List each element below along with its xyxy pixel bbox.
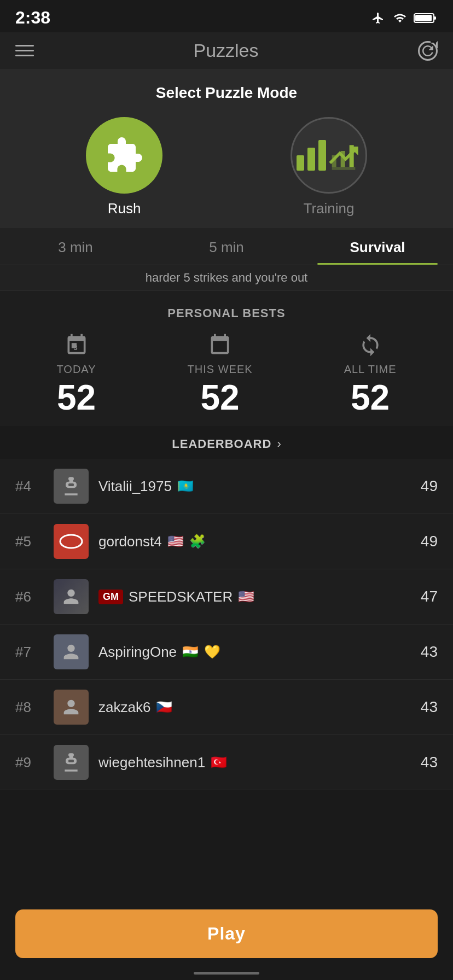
play-button-container: Play [0, 909, 453, 958]
rank-4: #4 [15, 478, 44, 495]
info-aspiringone: AspiringOne 🇮🇳 💛 [98, 644, 411, 661]
extras-aspiringone: 💛 [204, 644, 220, 660]
subtext-content: harder 5 strikes and you're out [146, 271, 307, 284]
this-week-label: THIS WEEK [188, 363, 253, 376]
svg-rect-1 [434, 16, 436, 20]
flags-speedskater: 🇺🇸 [238, 589, 254, 604]
name-speedskater: SPEEDSKATER [129, 588, 233, 605]
flags-gordonst4: 🇺🇸 [167, 534, 184, 549]
svg-point-7 [60, 535, 82, 548]
rank-7: #7 [15, 644, 44, 661]
rush-label: Rush [108, 200, 141, 217]
score-5: 49 [421, 533, 438, 550]
rank-6: #6 [15, 588, 44, 605]
personal-bests-title: PERSONAL BESTS [11, 306, 442, 320]
status-icons [370, 11, 438, 25]
svg-rect-4 [341, 151, 345, 167]
score-7: 43 [421, 643, 438, 661]
bar-chart-svg-icon [326, 138, 361, 173]
name-wiegehtesihnen1: wiegehtesihnen1 [98, 754, 205, 771]
rank-9: #9 [15, 754, 44, 771]
wifi-icon [392, 11, 408, 25]
flags-zakzak6: 🇨🇿 [156, 699, 172, 715]
today-label: TODAY [57, 363, 96, 376]
play-button[interactable]: Play [15, 909, 438, 958]
name-zakzak6: zakzak6 [98, 699, 150, 716]
puzzle-icon [104, 136, 144, 175]
page-title: Puzzles [34, 40, 418, 61]
score-8: 43 [421, 698, 438, 716]
bests-row: 3 TODAY 52 THIS WEEK 52 ALL TIME [11, 331, 442, 415]
svg-rect-2 [415, 15, 432, 21]
extras-gordonst4: 🧩 [189, 534, 206, 549]
training-circle [291, 117, 367, 194]
tabs-section: 3 min 5 min Survival [0, 228, 453, 265]
leaderboard-row-5[interactable]: #5 gordonst4 🇺🇸 🧩 49 [0, 514, 453, 569]
avatar-wiegehtesihnen1 [54, 745, 89, 780]
leaderboard-row-8[interactable]: #8 zakzak6 🇨🇿 43 [0, 680, 453, 735]
info-zakzak6: zakzak6 🇨🇿 [98, 699, 411, 716]
all-time-icon [357, 331, 384, 359]
avatar-vitalii [54, 469, 89, 504]
leaderboard-title: LEADERBOARD [172, 437, 271, 451]
leaderboard-row-6[interactable]: #6 GM SPEEDSKATER 🇺🇸 47 [0, 569, 453, 625]
mode-rush[interactable]: Rush [86, 117, 162, 217]
score-9: 43 [421, 754, 438, 771]
battery-icon [414, 11, 438, 25]
name-gordonst4: gordonst4 [98, 533, 162, 550]
score-4: 49 [421, 477, 438, 495]
hamburger-line [15, 50, 34, 51]
flags-vitalii: 🇰🇿 [177, 479, 194, 494]
name-vitalii: Vitalii_1975 [98, 478, 172, 495]
tab-3min[interactable]: 3 min [0, 228, 151, 265]
training-label: Training [304, 200, 355, 217]
today-value: 52 [57, 380, 96, 415]
status-bar: 2:38 [0, 0, 453, 32]
puzzle-modes-container: Rush [22, 117, 431, 217]
refresh-button[interactable] [418, 41, 438, 61]
personal-bests-section: PERSONAL BESTS 3 TODAY 52 THIS WEEK 52 [0, 291, 453, 426]
leaderboard-arrow-icon: › [277, 437, 281, 451]
name-aspiringone: AspiringOne [98, 644, 177, 661]
tab-5min[interactable]: 5 min [151, 228, 302, 265]
leaderboard-list: #4 Vitalii_1975 🇰🇿 49 #5 gordonst4 🇺🇸 🧩 … [0, 459, 453, 790]
leaderboard-row-4[interactable]: #4 Vitalii_1975 🇰🇿 49 [0, 459, 453, 514]
svg-text:3: 3 [73, 343, 77, 352]
best-today: 3 TODAY 52 [57, 331, 96, 415]
svg-rect-5 [350, 145, 354, 167]
leaderboard-row-9[interactable]: #9 wiegehtesihnen1 🇹🇷 43 [0, 735, 453, 790]
best-all-time: ALL TIME 52 [344, 331, 397, 415]
avatar-speedskater [54, 579, 89, 614]
bar-chart-icon [297, 140, 326, 171]
home-indicator [194, 972, 259, 975]
info-wiegehtesihnen1: wiegehtesihnen1 🇹🇷 [98, 754, 411, 771]
all-time-label: ALL TIME [344, 363, 397, 376]
leaderboard-row-7[interactable]: #7 AspiringOne 🇮🇳 💛 43 [0, 625, 453, 680]
mode-training[interactable]: Training [291, 117, 367, 217]
flags-wiegehtesihnen1: 🇹🇷 [211, 755, 227, 770]
rush-circle [86, 117, 162, 194]
rank-8: #8 [15, 699, 44, 716]
svg-rect-3 [332, 155, 336, 167]
best-this-week: THIS WEEK 52 [188, 331, 253, 415]
puzzle-mode-section: Select Puzzle Mode Rush [0, 69, 453, 228]
info-vitalii: Vitalii_1975 🇰🇿 [98, 478, 411, 495]
info-speedskater: GM SPEEDSKATER 🇺🇸 [98, 588, 411, 605]
trend-arrow-icon [297, 160, 307, 171]
puzzle-mode-title: Select Puzzle Mode [22, 84, 431, 102]
header: Puzzles [0, 32, 453, 69]
hamburger-line [15, 55, 34, 56]
tab-survival[interactable]: Survival [302, 228, 453, 265]
gm-badge: GM [98, 590, 123, 604]
this-week-value: 52 [201, 380, 240, 415]
airplane-icon [370, 11, 386, 25]
menu-button[interactable] [15, 45, 34, 56]
info-gordonst4: gordonst4 🇺🇸 🧩 [98, 533, 411, 550]
all-time-value: 52 [351, 380, 390, 415]
leaderboard-header[interactable]: LEADERBOARD › [0, 426, 453, 459]
score-6: 47 [421, 588, 438, 605]
today-icon: 3 [63, 331, 90, 359]
avatar-zakzak6 [54, 690, 89, 725]
avatar-aspiringone [54, 634, 89, 669]
status-time: 2:38 [15, 8, 50, 28]
